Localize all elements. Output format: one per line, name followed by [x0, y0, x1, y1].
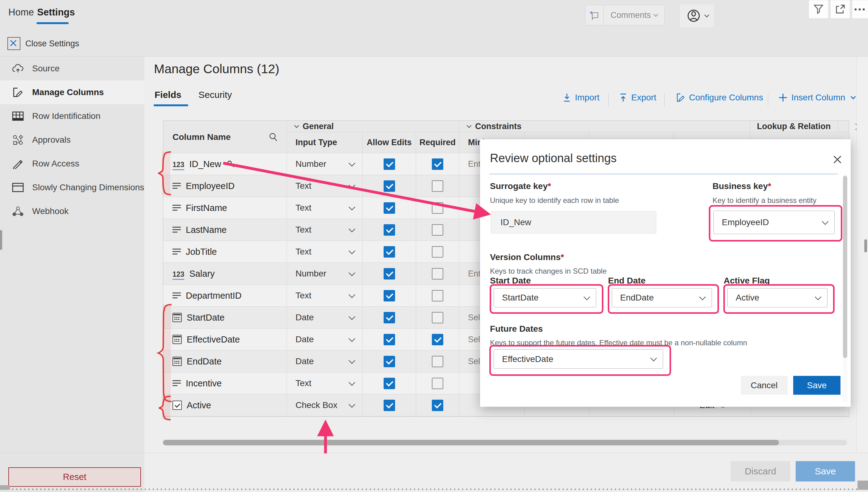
text-type-icon	[172, 204, 181, 211]
input-type-select[interactable]: Number	[287, 153, 362, 175]
import-button[interactable]: Import	[563, 93, 600, 102]
allow-edits-checkbox[interactable]	[383, 400, 395, 411]
allow-edits-checkbox[interactable]	[383, 334, 395, 345]
comments-button[interactable]: Comments	[585, 5, 664, 25]
left-edge-scrollbar-thumb[interactable]	[0, 230, 2, 250]
modal-close-icon[interactable]	[832, 154, 843, 165]
discard-button[interactable]: Discard	[731, 461, 790, 482]
modal-save-button[interactable]: Save	[793, 376, 841, 395]
save-button[interactable]: Save	[796, 461, 855, 482]
group-header-constraints[interactable]: Constraints	[459, 121, 750, 132]
start-date-select[interactable]: StartDate	[494, 288, 596, 307]
required-checkbox[interactable]	[432, 202, 443, 214]
insert-column-button[interactable]: Insert Column	[778, 93, 855, 102]
screen-corner-artifact	[858, 481, 868, 490]
tab-home[interactable]: Home	[8, 7, 34, 18]
allow-edits-checkbox[interactable]	[383, 378, 395, 389]
input-type-select[interactable]: Check Box	[287, 394, 362, 416]
required-checkbox[interactable]	[432, 158, 443, 170]
allow-edits-checkbox[interactable]	[383, 312, 395, 323]
chevron-down-icon	[650, 355, 657, 361]
export-button[interactable]: Export	[619, 93, 656, 102]
modal-scrollbar-thumb[interactable]	[843, 176, 847, 358]
close-settings-icon	[7, 37, 20, 50]
input-type-select[interactable]: Text	[287, 285, 362, 307]
text-type-icon	[172, 380, 181, 387]
input-type-select[interactable]: Date	[287, 307, 362, 328]
allow-edits-checkbox[interactable]	[383, 290, 395, 301]
calendar-type-icon	[172, 357, 182, 366]
sidebar-item-approvals[interactable]: Approvals	[0, 128, 144, 152]
column-name: FirstName	[186, 203, 227, 213]
reset-button[interactable]: Reset	[8, 467, 141, 487]
pencil-icon	[11, 158, 25, 169]
sidebar-item-manage-columns[interactable]: Manage Columns	[0, 80, 144, 104]
future-dates-select[interactable]: EffectiveDate	[494, 349, 663, 369]
input-type-select[interactable]: Text	[287, 175, 362, 197]
sidebar-item-label: Row Access	[32, 159, 79, 169]
business-key-select[interactable]: EmployeeID	[713, 211, 835, 234]
modal-scrollbar[interactable]	[843, 175, 847, 402]
required-checkbox[interactable]	[432, 180, 443, 192]
configure-columns-button[interactable]: Configure Columns	[675, 93, 763, 102]
input-type-select[interactable]: Text	[287, 241, 362, 263]
chevron-down-icon	[349, 203, 355, 210]
required-checkbox[interactable]	[432, 400, 443, 411]
search-icon[interactable]	[268, 132, 278, 142]
input-type-select[interactable]: Date	[287, 328, 362, 350]
active-flag-select[interactable]: Active	[727, 288, 827, 307]
horizontal-scrollbar-thumb[interactable]	[163, 440, 779, 445]
input-type-select[interactable]: Text	[287, 197, 362, 219]
required-checkbox[interactable]	[432, 378, 443, 389]
sidebar-item-webhook[interactable]: Webhook	[0, 199, 144, 223]
group-header-lookup-relation[interactable]: Lookup & Relation	[750, 121, 838, 132]
more-options-button[interactable]: •••	[852, 0, 868, 19]
text-type-icon	[172, 226, 181, 233]
subheader-allow-edits: Allow Edits	[362, 132, 416, 153]
allow-edits-checkbox[interactable]	[383, 246, 395, 257]
input-type-select[interactable]: Number	[287, 263, 362, 285]
end-date-label: End Date	[608, 276, 646, 286]
modal-cancel-button[interactable]: Cancel	[741, 376, 788, 395]
allow-edits-checkbox[interactable]	[383, 180, 395, 192]
allow-edits-checkbox[interactable]	[383, 356, 395, 367]
chevron-down-icon	[584, 293, 590, 300]
allow-edits-checkbox[interactable]	[383, 268, 395, 279]
sidebar-item-slowly-changing-dimensions[interactable]: Slowly Changing Dimensions	[0, 175, 144, 199]
sidebar-item-source[interactable]: Source	[0, 56, 144, 80]
input-type-select[interactable]: Text	[287, 219, 362, 241]
tab-security[interactable]: Security	[198, 90, 232, 100]
tab-settings[interactable]: Settings	[37, 7, 75, 18]
input-type-select[interactable]: Text	[287, 372, 362, 394]
export-icon	[619, 93, 628, 102]
required-checkbox[interactable]	[432, 356, 443, 367]
modal-title: Review optional settings	[490, 152, 617, 165]
horizontal-scrollbar[interactable]	[163, 440, 847, 445]
add-comment-icon[interactable]	[585, 5, 604, 25]
sidebar-item-label: Approvals	[32, 135, 71, 145]
input-type-select[interactable]: Date	[287, 350, 362, 372]
allow-edits-checkbox[interactable]	[383, 224, 395, 236]
required-checkbox[interactable]	[432, 334, 443, 345]
footer-divider	[0, 453, 868, 453]
close-settings-button[interactable]: Close Settings	[7, 37, 79, 50]
required-checkbox[interactable]	[432, 290, 443, 301]
expand-button[interactable]	[830, 0, 850, 19]
account-menu-button[interactable]	[679, 4, 715, 28]
settings-sidebar: Source Manage Columns Row Identification…	[0, 56, 144, 492]
end-date-select[interactable]: EndDate	[612, 288, 712, 307]
sidebar-item-row-identification[interactable]: Row Identification	[0, 104, 144, 128]
required-checkbox[interactable]	[432, 268, 443, 279]
allow-edits-checkbox[interactable]	[383, 202, 395, 214]
tab-fields[interactable]: Fields	[155, 90, 182, 100]
sidebar-item-label: Webhook	[32, 206, 69, 216]
future-dates-helper: Keys to support the future dates. Effect…	[490, 339, 747, 347]
vertical-scrollbar-thumb[interactable]	[864, 239, 867, 252]
filter-button[interactable]	[808, 0, 828, 19]
group-header-general[interactable]: General	[287, 121, 459, 132]
required-checkbox[interactable]	[432, 246, 443, 257]
sidebar-item-row-access[interactable]: Row Access	[0, 152, 144, 175]
allow-edits-checkbox[interactable]	[383, 158, 395, 170]
required-checkbox[interactable]	[432, 224, 443, 236]
required-checkbox[interactable]	[432, 312, 443, 323]
